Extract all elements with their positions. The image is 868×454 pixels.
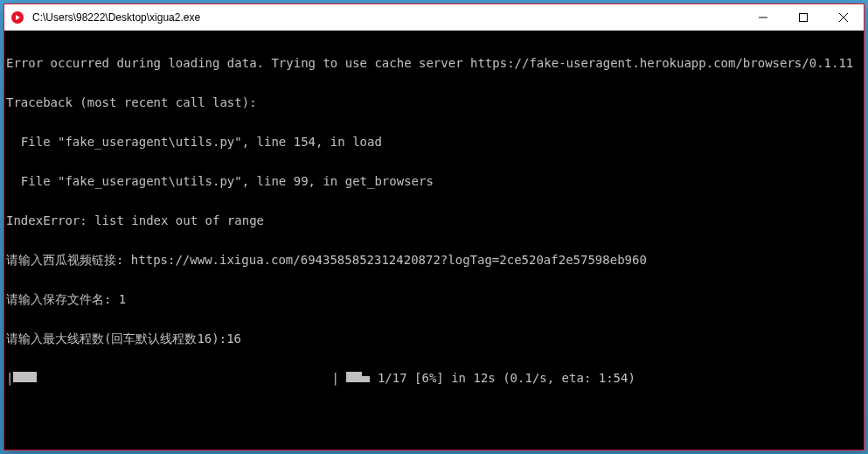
console-output[interactable]: Error occurred during loading data. Tryi… (4, 31, 864, 450)
console-line: Traceback (most recent call last): (6, 96, 862, 109)
minimize-button[interactable] (743, 4, 783, 30)
console-line: File "fake_useragent\utils.py", line 99,… (6, 175, 862, 188)
progress-bar-mid: | (332, 371, 371, 385)
console-line: 请输入西瓜视频链接: https://www.ixigua.com/694358… (6, 254, 862, 267)
progress-text: 1/17 [6%] in 12s (0.1/s, eta: 1:54) (370, 371, 635, 385)
close-button[interactable] (823, 4, 864, 30)
progress-bar-left: | (6, 371, 37, 385)
window-title: C:\Users\98222\Desktop\xigua2.exe (31, 11, 743, 24)
console-line: 请输入最大线程数(回车默认线程数16):16 (6, 332, 862, 346)
console-line: File "fake_useragent\utils.py", line 154… (6, 136, 862, 149)
console-line: IndexError: list index out of range (6, 214, 862, 227)
titlebar[interactable]: C:\Users\98222\Desktop\xigua2.exe (4, 4, 864, 31)
console-line: 请输入保存文件名: 1 (6, 293, 862, 306)
app-window: C:\Users\98222\Desktop\xigua2.exe Error … (3, 3, 865, 451)
svg-rect-2 (800, 13, 808, 21)
console-line: Error occurred during loading data. Tryi… (6, 57, 862, 70)
progress-line: | | 1/17 [6%] in 12s (0.1/s, eta: 1:54) (6, 372, 862, 385)
app-icon (4, 4, 31, 31)
window-controls (743, 4, 864, 30)
progress-gap (37, 371, 331, 385)
maximize-button[interactable] (783, 4, 823, 30)
